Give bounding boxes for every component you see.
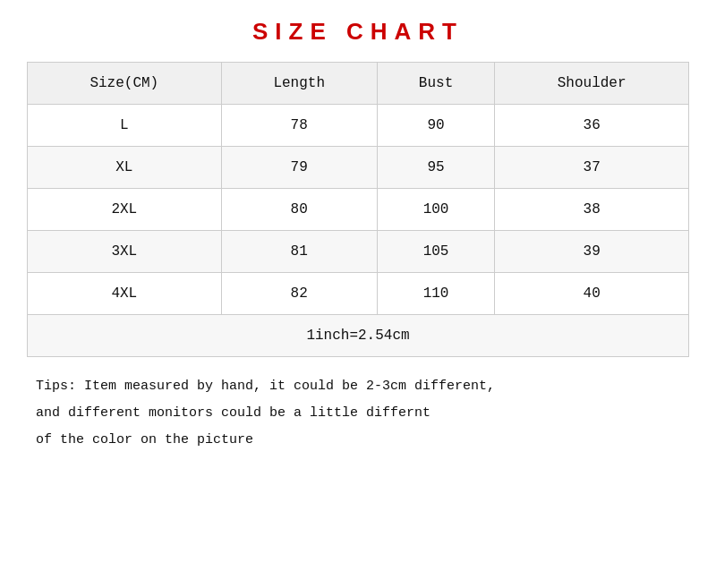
cell-bust-4: 110 — [377, 273, 495, 315]
size-table: Size(CM) Length Bust Shoulder L789036XL7… — [27, 62, 689, 357]
table-note: 1inch=2.54cm — [28, 315, 689, 357]
note-row: 1inch=2.54cm — [28, 315, 689, 357]
cell-length-3: 81 — [221, 231, 377, 273]
tips-section: Tips: Item measured by hand, it could be… — [27, 373, 689, 454]
cell-shoulder-3: 39 — [495, 231, 689, 273]
page-title: SIZE CHART — [27, 18, 689, 46]
cell-length-1: 79 — [221, 147, 377, 189]
tips-line-1: Tips: Item measured by hand, it could be… — [36, 373, 680, 400]
cell-bust-2: 100 — [377, 189, 495, 231]
header-length: Length — [221, 63, 377, 105]
table-header-row: Size(CM) Length Bust Shoulder — [28, 63, 689, 105]
table-row: XL799537 — [28, 147, 689, 189]
cell-size-1: XL — [28, 147, 222, 189]
tips-line-3: of the color on the picture — [36, 427, 680, 454]
header-shoulder: Shoulder — [495, 63, 689, 105]
cell-shoulder-4: 40 — [495, 273, 689, 315]
tips-line-2: and different monitors could be a little… — [36, 400, 680, 427]
cell-size-2: 2XL — [28, 189, 222, 231]
table-row: L789036 — [28, 105, 689, 147]
cell-shoulder-0: 36 — [495, 105, 689, 147]
page-container: SIZE CHART Size(CM) Length Bust Shoulder… — [27, 18, 689, 454]
cell-shoulder-2: 38 — [495, 189, 689, 231]
cell-bust-3: 105 — [377, 231, 495, 273]
header-bust: Bust — [377, 63, 495, 105]
cell-size-4: 4XL — [28, 273, 222, 315]
cell-length-2: 80 — [221, 189, 377, 231]
table-row: 3XL8110539 — [28, 231, 689, 273]
cell-size-3: 3XL — [28, 231, 222, 273]
cell-length-0: 78 — [221, 105, 377, 147]
table-row: 2XL8010038 — [28, 189, 689, 231]
cell-bust-1: 95 — [377, 147, 495, 189]
cell-length-4: 82 — [221, 273, 377, 315]
header-size: Size(CM) — [28, 63, 222, 105]
cell-bust-0: 90 — [377, 105, 495, 147]
cell-size-0: L — [28, 105, 222, 147]
table-row: 4XL8211040 — [28, 273, 689, 315]
cell-shoulder-1: 37 — [495, 147, 689, 189]
